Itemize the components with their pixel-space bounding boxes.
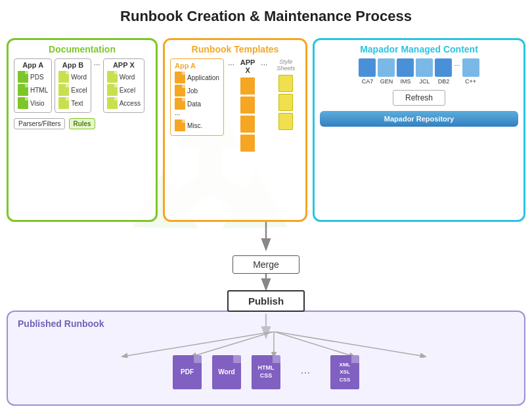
mapador-repository: Mapador Repository [320, 111, 518, 127]
tmpl-style-col: Style Sheets [271, 58, 300, 131]
style-icon-1 [278, 75, 293, 92]
doc-app-x-excel: Excel [107, 84, 141, 96]
svg-line-7 [274, 332, 425, 356]
style-sheets-label: Style Sheets [271, 58, 300, 72]
tmpl-x-icon-2 [240, 97, 255, 114]
doc-app-x-word: Word [107, 71, 141, 83]
publish-box: Publish [227, 290, 305, 312]
svg-line-3 [123, 332, 274, 356]
tmpl-app-x-col: APP X [238, 58, 257, 152]
tmpl-misc: Misc. [175, 119, 219, 131]
doc-app-a-visio: Visio [18, 97, 48, 109]
output-files-row: PDF Word HTML CSS ··· XML XSL CSS [18, 355, 514, 389]
doc-app-x-access: Access [107, 97, 141, 109]
documentation-apps-row: App A PDS HTML Visio [14, 58, 150, 113]
doc-app-b-box: App B Word Excel Text [55, 58, 91, 113]
publish-container: Publish [0, 288, 532, 314]
tmpl-mid-dots: ··· [228, 58, 234, 70]
tmpl-x-icon-3 [240, 116, 255, 133]
template-columns: App A Application Job Data [170, 58, 300, 152]
tmpl-x-icon-4 [240, 135, 255, 152]
data-icon [175, 98, 185, 110]
page-title: Runbook Creation & Maintenance Process [0, 0, 532, 32]
documentation-title: Documentation [14, 44, 150, 54]
output-dots-icon: ··· [291, 355, 320, 389]
style-icon-2 [278, 94, 293, 111]
tag-db2: DB2 [435, 58, 452, 85]
tag-gen: GEN [378, 58, 395, 85]
tmpl-app-x-title: APP X [238, 58, 257, 74]
fan-arrows [8, 332, 524, 358]
mapador-tags-row: CA7 GEN IMS JCL DB2 ··· [320, 58, 518, 85]
svg-line-6 [274, 332, 354, 356]
tmpl-app-a-col: App A Application Job Data [170, 58, 224, 136]
doc-app-b-title: App B [58, 61, 87, 69]
doc-app-a-box: App A PDS HTML Visio [14, 58, 52, 113]
mapador-dots: ··· [454, 58, 460, 85]
merge-container: Merge [0, 251, 532, 278]
rules-label[interactable]: Rules [69, 118, 95, 129]
refresh-button[interactable]: Refresh [393, 90, 445, 106]
svg-line-4 [192, 332, 274, 356]
application-icon [175, 72, 185, 83]
doc-app-a-pds: PDS [18, 71, 48, 83]
documentation-section: Documentation App A PDS HTML Visio [7, 38, 158, 222]
word-icon-b [58, 71, 69, 83]
text-icon-b [58, 97, 69, 109]
tmpl-x-icon-1 [240, 77, 255, 95]
output-dots: ··· [291, 355, 320, 389]
mapador-section: Mapador Managed Content CA7 GEN IMS JC [313, 38, 525, 222]
excel-icon-x [107, 84, 118, 96]
tag-cpp: C++ [462, 58, 479, 85]
output-pdf: PDF [173, 355, 202, 389]
doc-app-x-box: APP X Word Excel Access [103, 58, 144, 113]
word-output-icon: Word [212, 355, 241, 389]
tmpl-dots: ··· [175, 111, 219, 118]
job-icon [175, 85, 185, 97]
tmpl-app-a-box: App A Application Job Data [170, 58, 224, 136]
output-word: Word [212, 355, 241, 389]
tag-ims: IMS [397, 58, 414, 85]
parsers-row: Parsers/Filters Rules [14, 118, 150, 129]
output-xml-xsl-css: XML XSL CSS [330, 355, 359, 389]
templates-section: Runbook Templates App A Application Job [163, 38, 307, 222]
merge-box: Merge [233, 255, 299, 274]
tag-ca7: CA7 [359, 58, 376, 85]
visio-icon [18, 97, 28, 109]
output-html-css: HTML CSS [252, 355, 280, 389]
doc-app-b-text: Text [58, 97, 87, 109]
misc-icon [175, 119, 185, 131]
parsers-filters-label: Parsers/Filters [14, 118, 65, 129]
tag-jcl: JCL [416, 58, 433, 85]
published-runbook-section: Published Runbook PDF Word HTML CS [7, 311, 525, 406]
doc-app-a-title: App A [18, 61, 48, 69]
mapador-title: Mapador Managed Content [320, 44, 518, 54]
doc-dots: ··· [94, 58, 100, 70]
html-icon [18, 84, 28, 96]
word-icon-x [107, 71, 118, 83]
tmpl-right-dots: ··· [261, 58, 267, 70]
tmpl-app-a-title: App A [175, 62, 219, 70]
html-css-icon: HTML CSS [252, 355, 280, 389]
xml-xsl-css-icon: XML XSL CSS [330, 355, 359, 389]
published-runbook-title: Published Runbook [18, 318, 514, 329]
top-sections-row: Documentation App A PDS HTML Visio [7, 38, 525, 222]
doc-app-b-word: Word [58, 71, 87, 83]
doc-app-x-title: APP X [107, 61, 141, 69]
templates-title: Runbook Templates [170, 44, 300, 54]
access-icon-x [107, 97, 118, 109]
pdf-icon: PDF [173, 355, 202, 389]
doc-app-b-excel: Excel [58, 84, 87, 96]
tmpl-application: Application [175, 72, 219, 83]
arrow-to-merge [184, 222, 348, 255]
doc-app-a-html: HTML [18, 84, 48, 96]
excel-icon-b [58, 84, 69, 96]
style-icon-3 [278, 113, 293, 130]
tmpl-job: Job [175, 85, 219, 97]
pds-icon [18, 71, 28, 83]
tmpl-data: Data [175, 98, 219, 110]
